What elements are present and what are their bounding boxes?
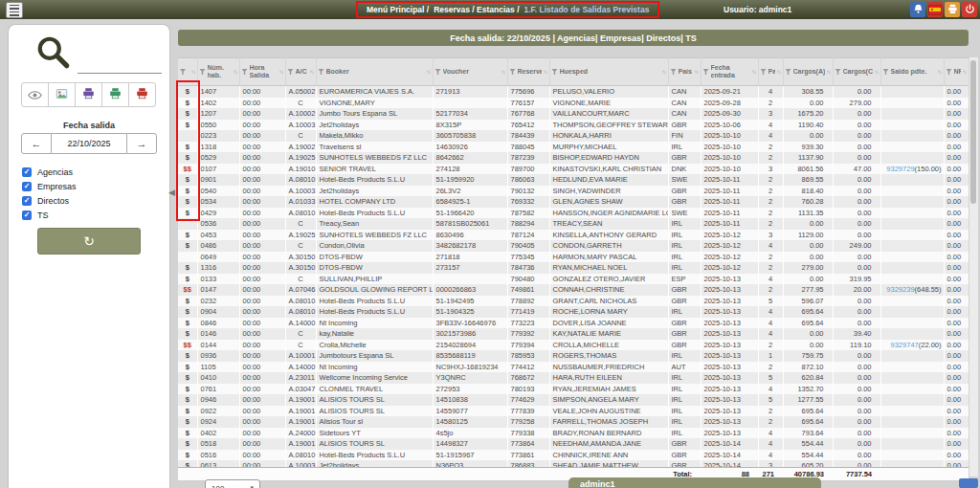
table-row[interactable]: $054000:00A.10003Jet2holidays26L3V279013… — [178, 186, 969, 197]
table-row[interactable]: $090400:00A.08010Hotel-Beds Products S.L… — [178, 306, 969, 318]
filter-funnel-icon[interactable] — [761, 69, 767, 75]
notifications-button[interactable] — [910, 2, 925, 17]
table-row[interactable]: $092400:00A.19001Alisios Tour sl14580125… — [178, 416, 969, 428]
sort-icon[interactable]: ↑↓ — [310, 69, 314, 75]
breadcrumb-listado-salidas[interactable]: 1.F. Listado de Salidas Previstas — [524, 5, 650, 14]
hamburger-menu-icon[interactable] — [6, 2, 23, 18]
table-row[interactable]: $041000:00A.23011Wellcome Incoming Servi… — [178, 372, 969, 384]
col-header-guest[interactable]: Huesped↑↓ — [549, 58, 668, 86]
table-row[interactable]: $$014700:00A.07046GOLDSOUL GLOWING REPOR… — [178, 284, 969, 296]
saldo-link[interactable]: 9329747 — [891, 341, 919, 349]
next-day-button[interactable]: → — [126, 133, 157, 154]
language-button[interactable] — [927, 2, 943, 17]
filter-funnel-icon[interactable] — [883, 69, 889, 75]
table-row[interactable]: $084600:00A.14000Nt Incoming3FB33V-16646… — [178, 318, 969, 329]
sort-icon[interactable]: ↑↓ — [279, 69, 283, 75]
filter-funnel-icon[interactable] — [786, 69, 791, 75]
filter-funnel-icon[interactable] — [319, 69, 324, 75]
table-row[interactable]: $014600:00Ckay,Natalie3021573986779392KA… — [178, 328, 969, 340]
saldo-link[interactable]: 9329729 — [886, 165, 914, 173]
filter-funnel-icon[interactable] — [242, 69, 248, 75]
scrollbar-thumb[interactable] — [970, 60, 976, 204]
checkbox-directos[interactable]: ✓ Directos — [22, 193, 77, 208]
col-header-booker[interactable]: Booker↑↓ — [316, 58, 433, 86]
filter-funnel-icon[interactable] — [835, 69, 841, 75]
page-size-select[interactable]: 100 ▾ — [205, 479, 260, 488]
sort-icon[interactable]: ↑↓ — [875, 69, 879, 75]
prev-day-button[interactable]: ← — [21, 133, 52, 154]
table-row[interactable]: $140200:00CVIGNONE,MARY776157VIGNONE,MAR… — [178, 98, 969, 109]
col-header-nr[interactable]: NR↑↓ — [944, 58, 969, 86]
checkbox-empresas[interactable]: ✓ Empresas — [22, 179, 77, 193]
view-button[interactable] — [21, 82, 49, 107]
table-row[interactable]: $052900:00A.19025SUNHOTELS WEBBEDS FZ LL… — [178, 152, 969, 164]
checkbox-ts[interactable]: ✓ TS — [22, 208, 77, 222]
sort-icon[interactable]: ↑↓ — [544, 69, 547, 75]
table-row[interactable]: $131800:00A.19002Travelsens sl1463092678… — [178, 142, 969, 153]
table-row[interactable]: $120700:00A.10002Jumbo Tours Espana SL52… — [178, 108, 969, 120]
table-row[interactable]: $$010700:00A.19010SENIOR TRAVEL274128789… — [178, 164, 969, 175]
table-row[interactable]: $094600:00A.19001ALISIOS TOURS SL1451083… — [178, 394, 969, 406]
filter-funnel-icon[interactable] — [435, 69, 441, 75]
col-header-checkin[interactable]: Fecha entrada↑↓ — [701, 58, 758, 86]
table-row[interactable]: $090100:00A.08010Hotel-Beds Products S.L… — [178, 174, 969, 186]
table-row[interactable]: $110500:00A.14000Nt IncomingNC9HXJ-16819… — [178, 362, 969, 373]
table-row[interactable]: $013300:00CSULLIVAN,PHILLIP790480GONZALE… — [178, 274, 969, 285]
search-input[interactable] — [78, 57, 162, 74]
print-red-button[interactable] — [128, 82, 156, 107]
filter-funnel-icon[interactable] — [703, 69, 709, 75]
sort-icon[interactable]: ↑↓ — [662, 69, 666, 75]
table-row[interactable]: $131600:00A.30150DTOS-FBDW273157784736RY… — [178, 262, 969, 274]
breadcrumb-menu-principal[interactable]: Menú Principal / — [367, 5, 429, 14]
table-row[interactable]: $051600:00A.08010Hotel-Beds Products S.L… — [178, 450, 969, 461]
sort-icon[interactable]: ↑↓ — [234, 69, 237, 75]
table-row[interactable]: $140700:00A.05002EUROAMERICA VIAJES S.A.… — [178, 86, 969, 98]
table-row[interactable]: $093600:00A.10001Jumbotours Espana SL853… — [178, 350, 969, 362]
col-header-voucher[interactable]: Voucher↑↓ — [433, 58, 507, 86]
table-row[interactable]: $048600:00CCondon,Olivia3482682178790405… — [178, 240, 969, 252]
sort-icon[interactable]: ↑↓ — [191, 69, 195, 75]
table-row[interactable]: $092200:00A.19001ALISIOS TOURS SL1455907… — [178, 406, 969, 417]
filter-funnel-icon[interactable] — [200, 69, 206, 75]
col-header-pax[interactable]: Pax↑↓ — [758, 58, 783, 86]
col-header-country[interactable]: País↑↓ — [668, 58, 701, 86]
table-row[interactable]: $055000:00A.10003Jet2holidays8X315P76541… — [178, 120, 969, 131]
bottom-right-button[interactable] — [959, 478, 978, 488]
col-header-room[interactable]: Núm. hab.↑↓ — [197, 58, 239, 86]
sort-icon[interactable]: ↑↓ — [827, 69, 831, 75]
table-row[interactable]: $061300:00A.10003Jet2holidaysN36PQ378688… — [178, 460, 969, 467]
sort-icon[interactable]: ↑↓ — [427, 69, 431, 75]
filter-funnel-icon[interactable] — [552, 69, 558, 75]
col-header-sym[interactable]: ↑↓ — [178, 58, 197, 86]
print-button[interactable] — [945, 2, 960, 17]
sort-icon[interactable]: ↑↓ — [695, 69, 699, 75]
table-scrollbar[interactable] — [969, 57, 978, 477]
filter-funnel-icon[interactable] — [288, 69, 294, 75]
table-row[interactable]: 022300:00CMakela,Mikko3605705838784439HO… — [178, 130, 969, 142]
table-row[interactable]: $076100:00A.03047CLONMEL TRAVEL272953780… — [178, 384, 969, 395]
sort-icon[interactable]: ↑↓ — [963, 69, 967, 75]
table-row[interactable]: $042900:00A.08010Hotel-Beds Products S.L… — [178, 208, 969, 219]
table-body-viewport[interactable]: $140700:00A.05002EUROAMERICA VIAJES S.A.… — [178, 86, 969, 467]
table-row[interactable]: 053600:00CTreacy,Sean58781SB025061788294… — [178, 218, 969, 230]
sort-icon[interactable]: ↑↓ — [938, 69, 942, 75]
filter-funnel-icon[interactable] — [180, 69, 186, 75]
breadcrumb-reservas-estancias[interactable]: Reservas / Estancias / — [434, 5, 519, 14]
table-row[interactable]: $023200:00A.08010Hotel-Beds Products S.L… — [178, 296, 969, 307]
print-purple-button[interactable] — [75, 82, 102, 107]
col-header-time[interactable]: Hora Salida↑↓ — [239, 58, 285, 86]
table-row[interactable]: $045300:00A.19025SUNHOTELS WEBBEDS FZ LL… — [178, 230, 969, 241]
table-row[interactable]: $040200:00A.24000Sidetours YT4s5jo779338… — [178, 428, 969, 439]
table-row[interactable]: 064900:00A.30150DTOS-FBDW271818775345HAR… — [178, 252, 969, 263]
session-tab[interactable]: adminc1 — [568, 477, 821, 488]
fecha-salida-input[interactable] — [52, 133, 126, 154]
table-row[interactable]: $$014400:00CCrolla,Michelle2154028694779… — [178, 340, 969, 351]
saldo-link[interactable]: 9329239 — [886, 285, 914, 294]
col-header-saldo[interactable]: Saldo pdte.↑↓ — [880, 58, 944, 86]
filter-funnel-icon[interactable] — [510, 69, 516, 75]
sort-icon[interactable]: ↑↓ — [501, 69, 505, 75]
sort-icon[interactable]: ↑↓ — [777, 69, 781, 75]
print-green-button[interactable] — [101, 82, 129, 107]
table-row[interactable]: $051800:00A.19001ALISIOS TOURS SL1449832… — [178, 438, 969, 450]
refresh-button[interactable]: ↻ — [37, 228, 141, 255]
